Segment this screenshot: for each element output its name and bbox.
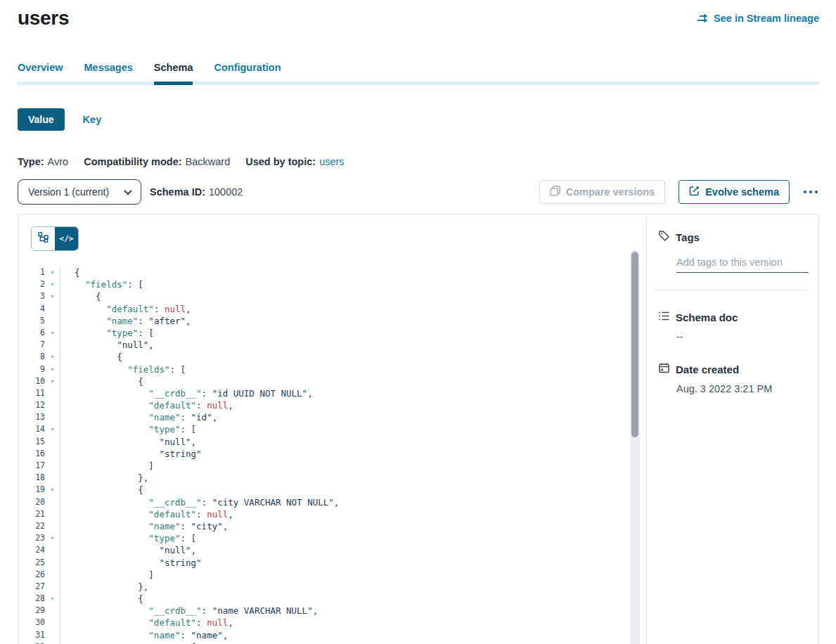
code-text: "name": "name",	[60, 629, 228, 641]
line-number: 8	[18, 351, 45, 363]
list-icon	[658, 310, 670, 324]
compare-versions-button[interactable]: Compare versions	[539, 180, 666, 204]
code-line: 23▾"type": [	[18, 532, 646, 544]
key-toggle-link[interactable]: Key	[83, 114, 102, 125]
code-line: 11"__crdb__": "id UUID NOT NULL",	[18, 387, 646, 399]
code-line: 15"null",	[18, 436, 646, 448]
compare-versions-icon	[550, 186, 560, 198]
fold-toggle-icon	[45, 544, 60, 556]
add-tags-input[interactable]	[676, 255, 809, 273]
tab-messages[interactable]: Messages	[84, 62, 133, 82]
code-text: "null",	[60, 436, 196, 448]
version-select[interactable]: Version 1 (current)	[18, 179, 141, 205]
line-number: 28	[18, 593, 45, 605]
evolve-schema-button[interactable]: Evolve schema	[679, 180, 790, 204]
code-text: "string"	[60, 448, 202, 460]
code-line: 24"null",	[18, 544, 646, 556]
code-text: ]	[60, 569, 154, 581]
date-created-value: Aug. 3 2022 3:21 PM	[676, 383, 818, 394]
tree-view-button[interactable]	[32, 227, 55, 250]
code-text: {	[60, 593, 143, 605]
fold-toggle-icon	[45, 569, 60, 581]
topic-link[interactable]: users	[319, 156, 344, 167]
code-view-button[interactable]: </>	[55, 227, 78, 250]
schema-sidebar: Tags Schema doc --	[646, 214, 818, 644]
fold-toggle-icon[interactable]: ▾	[45, 423, 60, 435]
see-in-stream-lineage-link[interactable]: See in Stream lineage	[697, 13, 819, 24]
code-text: "__crdb__": "id UUID NOT NULL",	[60, 387, 313, 399]
fold-toggle-icon[interactable]: ▾	[45, 327, 60, 339]
fold-toggle-icon[interactable]: ▾	[45, 351, 60, 363]
schema-type: Type:Avro	[18, 156, 68, 167]
line-number: 2	[18, 278, 45, 290]
calendar-icon	[658, 362, 670, 376]
line-number: 31	[18, 629, 45, 641]
line-number: 18	[18, 472, 45, 484]
fold-toggle-icon[interactable]: ▾	[45, 532, 60, 544]
code-text: "name": "id",	[60, 411, 217, 423]
fold-toggle-icon[interactable]: ▾	[45, 484, 60, 496]
tab-configuration[interactable]: Configuration	[214, 62, 281, 82]
fold-toggle-icon	[45, 617, 60, 629]
value-toggle-button[interactable]: Value	[18, 108, 65, 131]
code-text: {	[60, 351, 122, 363]
code-line: 31"name": "name",	[18, 629, 646, 641]
code-line: 13"name": "id",	[18, 411, 646, 423]
code-lines: 1▾{2▾"fields": [3▾{4"default": null,5"na…	[18, 251, 646, 644]
schema-detail-card: </> 1▾{2▾"fields": [3▾{4"default": null,…	[18, 214, 819, 644]
more-options-button[interactable]	[802, 186, 819, 198]
line-number: 32	[18, 641, 45, 644]
fold-toggle-icon[interactable]: ▾	[45, 290, 60, 302]
fold-toggle-icon	[45, 496, 60, 508]
fold-toggle-icon[interactable]: ▾	[45, 278, 60, 290]
code-line: 25"string"	[18, 557, 646, 569]
fold-toggle-icon[interactable]: ▾	[45, 641, 60, 644]
fold-toggle-icon[interactable]: ▾	[45, 363, 60, 375]
fold-toggle-icon	[45, 581, 60, 593]
code-text: "fields": [	[60, 278, 143, 290]
fold-toggle-icon	[45, 303, 60, 315]
fold-toggle-icon[interactable]: ▾	[45, 375, 60, 387]
used-by-topic: Used by topic:users	[245, 156, 344, 167]
line-number: 4	[18, 303, 45, 315]
date-created-heading: Date created	[658, 362, 818, 376]
fold-toggle-icon	[45, 315, 60, 327]
version-controls-row: Version 1 (current) Schema ID:100002 Com…	[18, 179, 819, 205]
fold-toggle-icon	[45, 399, 60, 411]
topic-tabs: Overview Messages Schema Configuration	[18, 62, 819, 85]
fold-toggle-icon	[45, 520, 60, 532]
schema-code-pane: </> 1▾{2▾"fields": [3▾{4"default": null,…	[18, 214, 646, 644]
stream-lineage-icon	[697, 13, 709, 23]
line-number: 21	[18, 508, 45, 520]
fold-toggle-icon	[45, 339, 60, 351]
line-number: 19	[18, 484, 45, 496]
code-text: "default": null,	[60, 303, 191, 315]
edit-icon	[689, 186, 700, 198]
tag-icon	[658, 230, 670, 244]
line-number: 13	[18, 411, 45, 423]
line-number: 24	[18, 544, 45, 556]
line-number: 10	[18, 375, 45, 387]
code-text: },	[60, 472, 148, 484]
code-line: 26]	[18, 569, 646, 581]
fold-toggle-icon[interactable]: ▾	[45, 266, 60, 278]
page-title: users	[18, 6, 69, 31]
code-text: {	[60, 484, 143, 496]
code-text: "type": [	[60, 532, 196, 544]
editor-scrollbar-track[interactable]	[630, 250, 640, 644]
line-number: 17	[18, 460, 45, 472]
code-line: 29"__crdb__": "name VARCHAR NULL",	[18, 605, 646, 617]
code-text: {	[60, 290, 101, 302]
schema-doc-heading: Schema doc	[658, 310, 818, 324]
fold-toggle-icon[interactable]: ▾	[45, 593, 60, 605]
editor-scrollbar-thumb[interactable]	[631, 252, 638, 437]
schema-doc-section: Schema doc --	[647, 310, 818, 342]
tab-schema[interactable]: Schema	[154, 62, 193, 82]
tab-overview[interactable]: Overview	[18, 62, 63, 82]
code-text: },	[60, 581, 148, 593]
code-text: {	[60, 375, 143, 387]
line-number: 5	[18, 315, 45, 327]
code-text: {	[60, 266, 80, 278]
page-header: users See in Stream lineage	[18, 6, 819, 31]
code-line: 27},	[18, 581, 646, 593]
